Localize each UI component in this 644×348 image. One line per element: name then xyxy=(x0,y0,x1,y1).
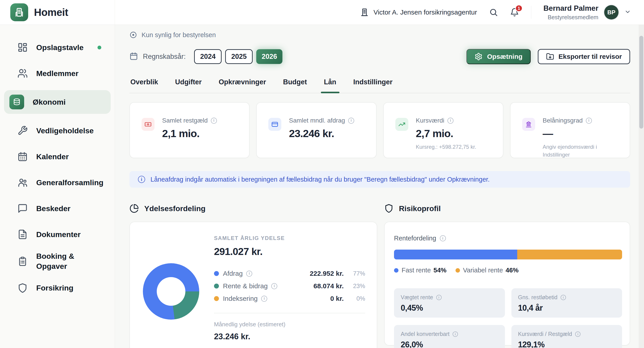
gear-icon xyxy=(474,52,482,60)
building-icon xyxy=(360,8,369,17)
info-icon[interactable] xyxy=(261,296,267,302)
metric-konverterbart: Andel konverterbart 26,0% xyxy=(394,325,505,348)
shield-icon xyxy=(18,283,28,293)
export-button[interactable]: Eksporter til revisor xyxy=(538,49,630,64)
credit-card-icon xyxy=(268,118,281,131)
info-icon[interactable] xyxy=(436,295,442,300)
info-icon[interactable] xyxy=(348,118,354,124)
organization-switcher[interactable]: Victor A. Jensen forsikringsagentur xyxy=(360,8,477,17)
info-icon[interactable] xyxy=(575,332,580,337)
user-role: Bestyrelsesmedlem xyxy=(544,14,598,21)
stat-card-belaaningsgrad: Belåningsgrad — Angiv ejendomsværdi i In… xyxy=(510,102,630,158)
info-icon[interactable] xyxy=(211,118,217,124)
rate-distribution-label: Rentefordeling xyxy=(394,234,621,242)
banknote-icon xyxy=(142,118,154,131)
user-name: Bernard Palmer xyxy=(544,4,598,12)
risikoprofil-section: Risikoprofil Rentefordeling Fast rente 5… xyxy=(384,204,630,348)
app-logo-icon xyxy=(10,3,28,21)
risk-profile-card: Rentefordeling Fast rente 54% Variab xyxy=(384,222,630,346)
trending-up-icon xyxy=(395,118,408,131)
info-icon[interactable] xyxy=(448,118,454,124)
legend-fast-rente: Fast rente 54% xyxy=(394,266,446,274)
loan-stat-cards: Samlet restgæld 2,1 mio. Samlet mndl. af… xyxy=(130,102,630,158)
legend-dot xyxy=(394,268,398,273)
notifications-button[interactable]: 1 xyxy=(510,8,519,17)
info-icon[interactable] xyxy=(452,332,458,337)
wrench-icon xyxy=(18,126,28,136)
calendar-icon xyxy=(18,152,28,162)
visibility-note: Kun synlig for bestyrelsen xyxy=(130,31,630,39)
search-button[interactable] xyxy=(489,8,498,17)
year-button-2026[interactable]: 2026 xyxy=(256,49,282,64)
sidebar: Opslagstavle Medlemmer Økonomi Vedligeho… xyxy=(0,25,115,348)
bar-segment-fast xyxy=(394,250,517,260)
legend-row-indeksering: Indeksering 0 kr. 0% xyxy=(214,292,365,305)
stat-card-restgaeld: Samlet restgæld 2,1 mio. xyxy=(130,102,250,158)
year-button-2024[interactable]: 2024 xyxy=(194,49,222,64)
annual-payment-label: SAMLET ÅRLIG YDELSE xyxy=(214,235,365,241)
clipboard-icon xyxy=(18,256,28,266)
sidebar-item-forsikring[interactable]: Forsikring xyxy=(4,279,111,297)
document-icon xyxy=(18,229,28,240)
notification-badge: 1 xyxy=(515,5,522,12)
stat-subtext: Angiv ejendomsværdi i Indstillinger xyxy=(543,143,610,159)
tab-udgifter[interactable]: Udgifter xyxy=(175,78,202,93)
legend-dot xyxy=(214,296,219,301)
metric-kurs-restgaeld: Kursværdi / Restgæld 129,1% xyxy=(512,325,622,348)
folder-download-icon xyxy=(546,52,554,60)
tab-overblik[interactable]: Overblik xyxy=(130,78,158,93)
tab-indstillinger[interactable]: Indstillinger xyxy=(353,78,393,93)
metric-restloebetid: Gns. restløbetid 10,4 år xyxy=(512,288,622,318)
info-icon xyxy=(138,176,145,183)
sidebar-item-okonomi[interactable]: Økonomi xyxy=(4,90,111,114)
sidebar-item-booking-opgaver[interactable]: Booking & Opgaver xyxy=(4,251,111,271)
rate-distribution-bar xyxy=(394,250,622,260)
sidebar-item-opslagstavle[interactable]: Opslagstavle xyxy=(4,38,111,56)
info-icon[interactable] xyxy=(560,295,566,300)
tab-opkraevninger[interactable]: Opkrævninger xyxy=(219,78,266,93)
scrollbar[interactable] xyxy=(639,25,644,348)
sidebar-item-generalforsamling[interactable]: Generalforsamling xyxy=(4,173,111,192)
sidebar-item-beskeder[interactable]: Beskeder xyxy=(4,199,111,218)
info-icon[interactable] xyxy=(440,235,446,241)
metric-vaegtet-rente: Vægtet rente 0,45% xyxy=(394,288,505,318)
users-icon xyxy=(18,68,28,78)
header-divider xyxy=(531,6,531,19)
calendar-icon xyxy=(130,52,138,61)
divider xyxy=(214,313,365,313)
legend-row-rente-bidrag: Rente & bidrag 68.074 kr. 23% xyxy=(214,280,365,292)
settings-button[interactable]: Opsætning xyxy=(466,49,530,64)
group-icon xyxy=(18,177,28,188)
app-title: Homeit xyxy=(34,6,68,18)
sidebar-item-kalender[interactable]: Kalender xyxy=(4,148,111,166)
ydelsesfordeling-section: Ydelsesfordeling SAMLET ÅRLIG YDELSE 291… xyxy=(130,204,377,348)
sidebar-item-medlemmer[interactable]: Medlemmer xyxy=(4,64,111,82)
chevron-down-icon xyxy=(624,8,631,16)
sidebar-item-vedligeholdelse[interactable]: Vedligeholdelse xyxy=(4,122,111,140)
message-icon xyxy=(18,203,28,214)
tab-laan[interactable]: Lån xyxy=(324,78,336,93)
info-icon[interactable] xyxy=(246,270,252,277)
risk-metrics: Vægtet rente 0,45% Gns. restløbetid 10,4… xyxy=(394,288,622,348)
tab-budget[interactable]: Budget xyxy=(283,78,307,93)
stat-card-kursvaerdi: Kursværdi 2,7 mio. Kursreg.: +598.272,75… xyxy=(383,102,503,158)
annual-payment-value: 291.027 kr. xyxy=(214,246,365,258)
stat-subtext: Kursreg.: +598.272,75 kr. xyxy=(416,143,476,151)
fiscal-year-row: Regnskabsår: 2024 2025 2026 Opsætning Ek… xyxy=(130,49,630,64)
info-icon[interactable] xyxy=(586,118,592,124)
year-button-2025[interactable]: 2025 xyxy=(225,49,253,64)
monthly-payment-label: Månedlig ydelse (estimeret) xyxy=(214,321,365,328)
landmark-icon xyxy=(522,118,535,131)
stat-value: 2,1 mio. xyxy=(162,127,217,140)
organization-name: Victor A. Jensen forsikringsagentur xyxy=(374,8,477,16)
scrollbar-thumb[interactable] xyxy=(639,36,643,128)
brand: Homeit xyxy=(0,0,115,24)
bar-segment-variabel xyxy=(517,250,622,260)
dashboard-icon xyxy=(18,42,28,52)
sidebar-item-dokumenter[interactable]: Dokumenter xyxy=(4,225,111,244)
info-icon[interactable] xyxy=(271,283,277,289)
pie-chart-icon xyxy=(130,204,139,213)
stat-card-mndl-afdrag: Samlet mndl. afdrag 23.246 kr. xyxy=(256,102,376,158)
user-menu[interactable]: Bernard Palmer Bestyrelsesmedlem BP xyxy=(544,4,631,21)
shield-icon xyxy=(384,204,394,213)
